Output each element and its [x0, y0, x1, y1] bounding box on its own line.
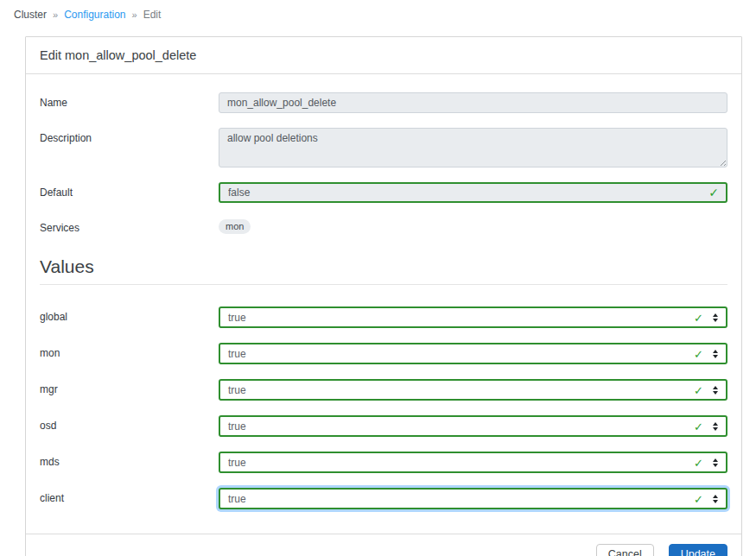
- name-field: [219, 92, 727, 113]
- value-select-mon[interactable]: true ✓: [219, 343, 727, 364]
- card-header: Edit mon_allow_pool_delete: [26, 37, 741, 74]
- card-body: Name Description allow pool deletions De…: [26, 74, 741, 534]
- select-spinner-icon: [713, 495, 718, 503]
- breadcrumb-item-edit: Edit: [143, 9, 162, 21]
- default-field: [219, 182, 727, 203]
- values-section-heading: Values: [40, 256, 727, 277]
- value-label-mon: mon: [40, 343, 219, 359]
- value-label-client: client: [40, 488, 219, 504]
- name-control: [219, 92, 727, 113]
- breadcrumb: Cluster » Configuration » Edit: [0, 0, 756, 21]
- valid-check-icon: ✓: [694, 457, 703, 468]
- select-spinner-icon: [713, 458, 718, 467]
- selected-value: true: [228, 348, 246, 360]
- selected-value: true: [228, 493, 246, 505]
- value-control-global: true ✓: [219, 306, 727, 328]
- description-form-row: Description allow pool deletions: [40, 128, 727, 167]
- value-control-client: true ✓: [219, 488, 727, 509]
- value-label-mds: mds: [40, 452, 219, 468]
- value-row-global: global true ✓: [40, 306, 727, 328]
- description-label: Description: [40, 128, 219, 144]
- value-select-mds[interactable]: true ✓: [219, 452, 727, 473]
- cancel-button[interactable]: Cancel: [596, 544, 654, 556]
- services-form-row: Services mon: [40, 218, 727, 234]
- select-spinner-icon: [713, 386, 718, 395]
- card-footer: Cancel Update: [26, 534, 741, 556]
- value-label-osd: osd: [40, 415, 219, 432]
- value-control-mds: true ✓: [219, 452, 727, 473]
- value-select-client[interactable]: true ✓: [219, 488, 727, 509]
- service-badge-mon: mon: [219, 219, 251, 234]
- value-row-osd: osd true ✓: [40, 415, 727, 437]
- selected-value: true: [228, 312, 246, 324]
- section-divider: [40, 284, 727, 285]
- valid-check-icon: ✓: [694, 493, 703, 504]
- value-row-client: client true ✓: [40, 488, 727, 509]
- value-row-mgr: mgr true ✓: [40, 379, 727, 401]
- valid-check-icon: ✓: [694, 420, 703, 432]
- name-label: Name: [40, 92, 219, 109]
- breadcrumb-separator-icon: »: [53, 9, 58, 20]
- valid-check-icon: ✓: [694, 384, 703, 395]
- value-label-mgr: mgr: [40, 379, 219, 395]
- select-spinner-icon: [713, 313, 718, 322]
- default-form-row: Default ✓: [40, 182, 727, 203]
- breadcrumb-item-configuration[interactable]: Configuration: [64, 9, 125, 21]
- selected-value: true: [228, 457, 246, 469]
- selected-value: true: [228, 384, 246, 396]
- valid-check-icon: ✓: [694, 312, 703, 323]
- value-row-mon: mon true ✓: [40, 343, 727, 364]
- value-select-global[interactable]: true ✓: [219, 306, 727, 328]
- value-control-mgr: true ✓: [219, 379, 727, 401]
- value-control-osd: true ✓: [219, 415, 727, 437]
- value-row-mds: mds true ✓: [40, 452, 727, 473]
- value-control-mon: true ✓: [219, 343, 727, 364]
- name-form-row: Name: [40, 92, 727, 113]
- breadcrumb-separator-icon: »: [132, 9, 137, 20]
- valid-check-icon: ✓: [694, 348, 703, 359]
- value-select-mgr[interactable]: true ✓: [219, 379, 727, 401]
- value-select-osd[interactable]: true ✓: [219, 415, 727, 437]
- default-control: ✓: [219, 182, 727, 203]
- select-spinner-icon: [713, 350, 718, 358]
- edit-config-card: Edit mon_allow_pool_delete Name Descript…: [25, 36, 742, 556]
- update-button[interactable]: Update: [669, 544, 727, 556]
- default-label: Default: [40, 182, 219, 199]
- description-control: allow pool deletions: [219, 128, 727, 167]
- value-label-global: global: [40, 306, 219, 323]
- page-title: Edit mon_allow_pool_delete: [40, 48, 196, 62]
- services-label: Services: [40, 218, 219, 234]
- description-field: allow pool deletions: [219, 128, 727, 167]
- selected-value: true: [228, 420, 246, 433]
- breadcrumb-item-cluster: Cluster: [14, 9, 47, 21]
- services-control: mon: [219, 218, 727, 234]
- select-spinner-icon: [713, 422, 718, 431]
